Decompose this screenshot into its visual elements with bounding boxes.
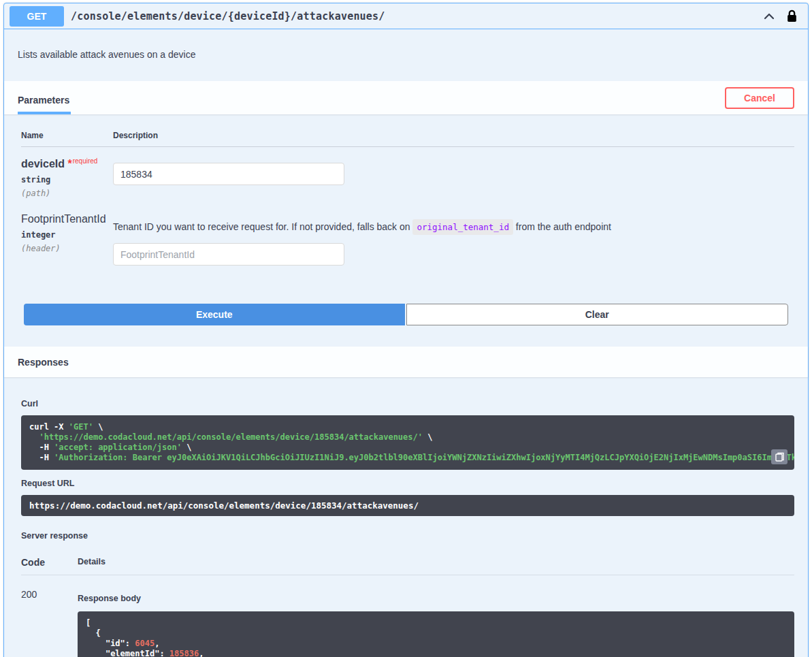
required-label: required [73, 157, 98, 165]
param-location: (header) [21, 244, 113, 253]
curl-label: Curl [21, 399, 794, 408]
details-column-header: Details [78, 557, 794, 568]
param-name: deviceId [21, 158, 65, 170]
param-location: (path) [21, 189, 113, 198]
required-star: * [67, 158, 71, 170]
endpoint-path[interactable]: /console/elements/device/{deviceId}/atta… [71, 10, 385, 22]
server-response-label: Server response [21, 531, 794, 541]
param-name: FootprintTenantId [21, 213, 106, 225]
responses-content: Curl curl -X 'GET' \ 'https://demo.codac… [4, 377, 808, 657]
param-row-deviceid: deviceId *required string (path) [21, 157, 794, 198]
curl-command-text: curl -X 'GET' \ 'https://demo.codacloud.… [29, 422, 786, 463]
param-type: string [21, 175, 113, 185]
footprinttenantid-input[interactable] [113, 243, 344, 266]
responses-section-header: Responses [4, 347, 808, 377]
response-row-200: 200 Response body [ { "id": 6045, "eleme… [21, 589, 794, 657]
collapse-chevron-icon[interactable] [762, 10, 776, 23]
param-type: integer [21, 230, 113, 240]
param-description: Tenant ID you want to receive request fo… [113, 221, 794, 232]
inline-code-chip: original_tenant_id [412, 219, 513, 235]
param-row-footprinttenantid: FootprintTenantId integer (header) Tenan… [21, 213, 794, 266]
parameters-tab: Parameters [18, 84, 71, 114]
name-column-header: Name [21, 131, 113, 140]
deviceid-input[interactable] [113, 163, 344, 185]
execute-button[interactable]: Execute [24, 304, 405, 325]
response-body-label: Response body [78, 594, 794, 603]
request-url-label: Request URL [21, 479, 794, 488]
response-body-block[interactable]: [ { "id": 6045, "elementId": 185836, "ti… [78, 611, 794, 657]
cancel-button[interactable]: Cancel [725, 87, 794, 109]
operation-summary[interactable]: GET /console/elements/device/{deviceId}/… [4, 3, 808, 29]
parameters-table: Name Description deviceId *required stri… [4, 114, 808, 266]
summary-actions [762, 10, 800, 23]
auth-lock-icon[interactable] [787, 10, 797, 22]
operation-block: GET /console/elements/device/{deviceId}/… [3, 3, 809, 657]
responses-title: Responses [18, 357, 69, 368]
method-badge: GET [10, 6, 64, 27]
code-column-header: Code [21, 557, 78, 568]
parameters-section-header: Parameters Cancel [4, 81, 808, 114]
operation-description: Lists available attack avenues on a devi… [4, 29, 808, 81]
execute-wrapper: Execute Clear [24, 304, 788, 325]
copy-to-clipboard-button[interactable] [771, 449, 787, 464]
clear-button[interactable]: Clear [406, 304, 789, 325]
response-status-code: 200 [21, 589, 78, 657]
curl-command-block[interactable]: curl -X 'GET' \ 'https://demo.codacloud.… [21, 415, 794, 470]
description-column-header: Description [113, 131, 794, 140]
response-table-header: Code Details [21, 557, 794, 575]
request-url-value: https://demo.codacloud.net/api/console/e… [21, 495, 794, 516]
